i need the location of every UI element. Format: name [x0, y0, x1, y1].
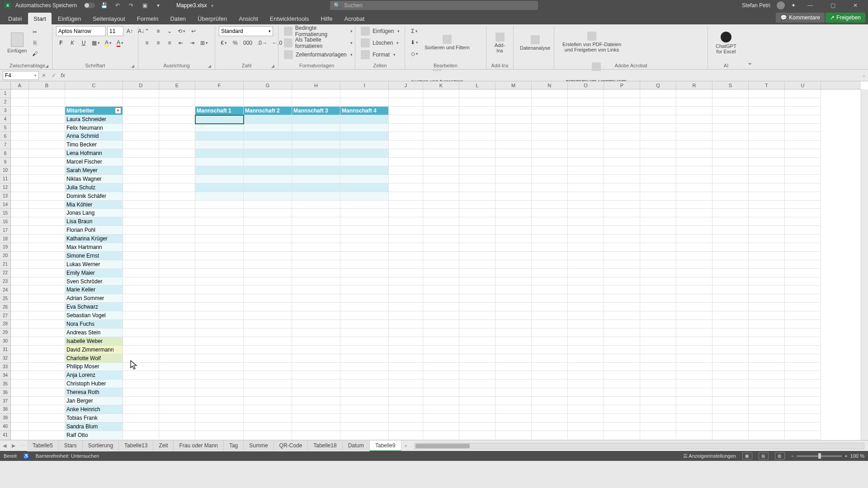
cell[interactable] [495, 141, 532, 149]
cell[interactable] [785, 98, 821, 107]
cell[interactable] [195, 149, 244, 158]
cell[interactable] [568, 158, 604, 166]
cell[interactable] [244, 294, 292, 303]
menu-tab-einfügen[interactable]: Einfügen [52, 13, 86, 24]
row-header[interactable]: 8 [0, 149, 10, 158]
undo-icon[interactable]: ↶ [113, 1, 122, 10]
cell[interactable] [29, 201, 65, 209]
cell[interactable] [459, 397, 495, 405]
cell[interactable] [568, 243, 604, 252]
cell[interactable] [159, 346, 195, 354]
cell[interactable] [159, 320, 195, 328]
cell[interactable] [459, 328, 495, 337]
cell[interactable] [495, 388, 532, 397]
cell[interactable] [604, 286, 640, 294]
cell[interactable] [29, 397, 65, 405]
column-header[interactable]: U [785, 81, 821, 89]
cell[interactable]: Ralf Otto [65, 431, 123, 440]
cell[interactable] [11, 183, 29, 192]
cell[interactable] [340, 346, 389, 354]
cell[interactable] [11, 294, 29, 303]
cell[interactable] [568, 226, 604, 235]
cell[interactable] [195, 269, 244, 277]
cell[interactable] [159, 115, 195, 124]
cell[interactable] [340, 260, 389, 269]
cell[interactable] [292, 166, 340, 175]
cell[interactable] [676, 209, 712, 217]
cell[interactable] [244, 217, 292, 226]
row-header[interactable]: 12 [0, 183, 10, 192]
cell[interactable] [640, 422, 676, 431]
cell[interactable] [712, 226, 749, 235]
cell[interactable] [244, 405, 292, 414]
cell[interactable] [459, 252, 495, 260]
cell[interactable] [244, 431, 292, 440]
cell[interactable] [604, 363, 640, 371]
cell[interactable] [29, 328, 65, 337]
cell[interactable] [123, 294, 159, 303]
cell[interactable] [568, 294, 604, 303]
cell[interactable] [29, 422, 65, 431]
sheet-nav-next[interactable]: ▶ [9, 443, 18, 449]
sum-button[interactable]: Σ [409, 26, 420, 36]
cell[interactable] [532, 337, 568, 346]
cell[interactable] [495, 166, 532, 175]
cell[interactable] [459, 217, 495, 226]
cell[interactable] [568, 363, 604, 371]
vertical-scrollbar[interactable] [861, 89, 868, 440]
cell[interactable] [340, 201, 389, 209]
fill-color-button[interactable]: A [103, 38, 113, 48]
cell[interactable] [159, 209, 195, 217]
cell[interactable] [640, 209, 676, 217]
cell[interactable] [785, 209, 821, 217]
cell[interactable] [676, 269, 712, 277]
row-header[interactable]: 22 [0, 269, 10, 277]
cell[interactable] [423, 328, 459, 337]
cell[interactable] [459, 235, 495, 243]
cell[interactable] [604, 414, 640, 422]
cell[interactable] [459, 89, 495, 98]
cell[interactable] [340, 243, 389, 252]
cell[interactable] [568, 320, 604, 328]
cell[interactable] [195, 217, 244, 226]
orientation-button[interactable]: ⟲ [176, 26, 187, 36]
cell[interactable] [712, 166, 749, 175]
wrap-text-button[interactable]: ↩ [189, 26, 198, 36]
cell[interactable] [11, 98, 29, 107]
cell[interactable] [123, 235, 159, 243]
cell[interactable] [676, 320, 712, 328]
cell[interactable] [532, 107, 568, 115]
cell[interactable] [159, 311, 195, 320]
cell[interactable] [568, 328, 604, 337]
cell[interactable] [640, 107, 676, 115]
cell[interactable] [604, 269, 640, 277]
cell[interactable] [389, 388, 423, 397]
cell[interactable] [495, 149, 532, 158]
cell[interactable] [676, 311, 712, 320]
row-header[interactable]: 30 [0, 337, 10, 346]
cell[interactable] [495, 328, 532, 337]
cell[interactable] [340, 175, 389, 183]
cell[interactable] [159, 98, 195, 107]
cell[interactable] [29, 175, 65, 183]
cell[interactable] [640, 405, 676, 414]
cell[interactable] [159, 431, 195, 440]
column-header[interactable]: F [195, 81, 244, 89]
cell[interactable] [389, 397, 423, 405]
horizontal-scrollbar[interactable] [414, 443, 864, 449]
cell[interactable] [568, 89, 604, 98]
column-header[interactable]: P [604, 81, 640, 89]
cell[interactable] [495, 311, 532, 320]
cell[interactable] [495, 192, 532, 201]
format-as-table-button[interactable]: Als Tabelle formatieren [282, 38, 354, 48]
cell[interactable] [292, 183, 340, 192]
cell[interactable] [123, 354, 159, 363]
dialog-launcher-icon[interactable]: ◢ [131, 64, 134, 68]
share-button[interactable]: ↗ Freigeben [826, 13, 865, 23]
cell[interactable] [340, 405, 389, 414]
cell[interactable] [712, 141, 749, 149]
collapse-ribbon-button[interactable]: ⌄ [744, 58, 755, 69]
cell[interactable] [29, 89, 65, 98]
cell[interactable] [244, 346, 292, 354]
cell[interactable] [568, 269, 604, 277]
